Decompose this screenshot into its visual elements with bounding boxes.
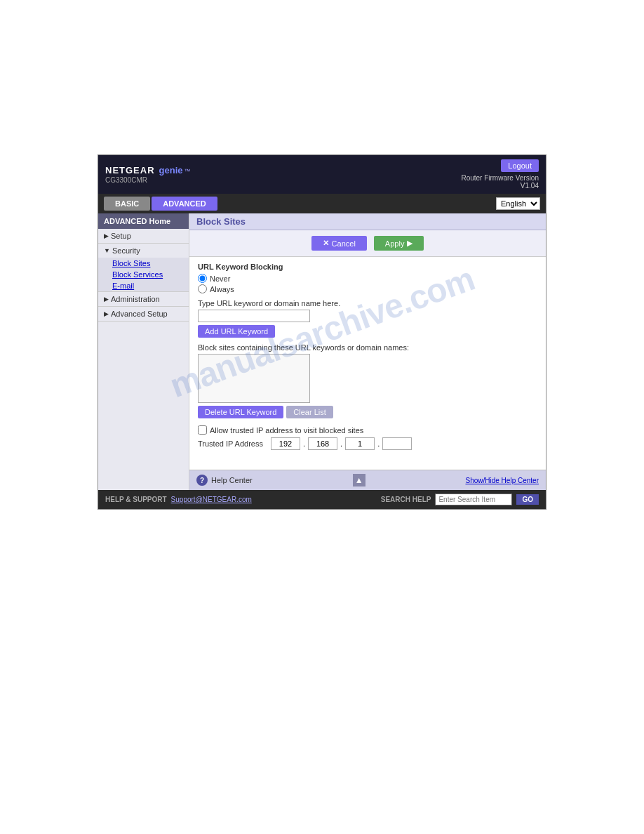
help-center-label: Help Center bbox=[211, 476, 253, 484]
advanced-setup-label: Advanced Setup bbox=[111, 310, 168, 318]
setup-label: Setup bbox=[111, 232, 131, 240]
allow-trusted-label: Allow trusted IP address to visit blocke… bbox=[210, 426, 363, 435]
sidebar-setup-toggle[interactable]: ▶ Setup bbox=[98, 229, 189, 243]
netgear-brand: NETGEAR bbox=[105, 165, 155, 176]
add-keyword-button[interactable]: Add URL Keyword bbox=[198, 325, 275, 338]
search-help-label: SEARCH HELP bbox=[381, 496, 431, 503]
ip-dot-1: . bbox=[303, 439, 305, 448]
sidebar-section-security: ▼ Security Block Sites Block Services E-… bbox=[98, 244, 189, 292]
help-collapse-button[interactable]: ▲ bbox=[353, 474, 365, 486]
tm-symbol: ™ bbox=[185, 168, 191, 175]
sidebar-section-administration: ▶ Administration bbox=[98, 292, 189, 307]
allow-trusted-checkbox[interactable] bbox=[198, 425, 207, 435]
tab-advanced[interactable]: ADVANCED bbox=[152, 197, 217, 211]
go-button[interactable]: GO bbox=[516, 494, 539, 505]
ip-octet-2[interactable] bbox=[308, 437, 337, 450]
header-right: Logout Router Firmware Version V1.04 bbox=[461, 159, 539, 190]
cancel-button[interactable]: ✕ Cancel bbox=[311, 236, 367, 251]
ip-octet-3[interactable] bbox=[345, 437, 375, 450]
footer: HELP & SUPPORT Support@NETGEAR.com SEARC… bbox=[98, 490, 546, 509]
help-icon: ? bbox=[196, 475, 208, 486]
header-left: NETGEAR genie ™ CG3300CMR bbox=[105, 165, 191, 184]
ip-dot-3: . bbox=[377, 439, 380, 448]
tab-bar: BASIC ADVANCED English bbox=[98, 194, 546, 213]
button-row: ✕ Cancel Apply ▶ bbox=[189, 230, 546, 257]
brand-line: NETGEAR genie ™ bbox=[105, 165, 191, 176]
page-title: Block Sites bbox=[189, 213, 546, 230]
sidebar-header[interactable]: ADVANCED Home bbox=[98, 213, 189, 229]
url-blocking-title: URL Keyword Blocking bbox=[198, 263, 537, 271]
sidebar-item-email[interactable]: E-mail bbox=[109, 280, 189, 291]
radio-always[interactable] bbox=[198, 284, 207, 293]
logout-button[interactable]: Logout bbox=[501, 159, 539, 172]
help-center-left: ? Help Center bbox=[196, 475, 253, 486]
administration-label: Administration bbox=[111, 295, 160, 303]
form-content: URL Keyword Blocking Never Always bbox=[189, 257, 546, 456]
sidebar-security-toggle[interactable]: ▼ Security bbox=[98, 244, 189, 258]
radio-group-blocking: Never Always bbox=[198, 274, 537, 293]
help-support-label: HELP & SUPPORT bbox=[105, 496, 167, 503]
block-list-label: Block sites containing these URL keyword… bbox=[198, 343, 537, 352]
trusted-ip-row: Trusted IP Address . . . bbox=[198, 437, 537, 450]
trusted-ip-label: Trusted IP Address bbox=[198, 439, 268, 448]
security-sub-items: Block Sites Block Services E-mail bbox=[98, 258, 189, 291]
header: NETGEAR genie ™ CG3300CMR Logout Router … bbox=[98, 155, 546, 194]
sidebar-advanced-setup-toggle[interactable]: ▶ Advanced Setup bbox=[98, 307, 189, 321]
sidebar: ADVANCED Home ▶ Setup ▼ Security bbox=[98, 213, 189, 490]
radio-always-label[interactable]: Always bbox=[198, 284, 537, 293]
cancel-x-icon: ✕ bbox=[323, 239, 329, 248]
genie-brand: genie bbox=[159, 165, 183, 176]
model-number: CG3300CMR bbox=[105, 176, 191, 184]
apply-arrow-icon: ▶ bbox=[407, 239, 412, 248]
ip-dot-2: . bbox=[340, 439, 342, 448]
firmware-info: Router Firmware Version V1.04 bbox=[461, 174, 539, 190]
allow-trusted-row: Allow trusted IP address to visit blocke… bbox=[198, 425, 537, 435]
keyword-list-textarea[interactable] bbox=[198, 354, 310, 403]
ip-octet-4[interactable] bbox=[382, 437, 412, 450]
content-panel: Block Sites ✕ Cancel Apply ▶ bbox=[189, 213, 546, 490]
advanced-setup-arrow-icon: ▶ bbox=[104, 310, 109, 317]
delete-keyword-button[interactable]: Delete URL Keyword bbox=[198, 406, 283, 418]
keyword-input[interactable] bbox=[198, 310, 310, 322]
footer-right: SEARCH HELP GO bbox=[381, 494, 539, 505]
sidebar-section-setup: ▶ Setup bbox=[98, 229, 189, 244]
tab-basic[interactable]: BASIC bbox=[104, 197, 150, 211]
security-arrow-icon: ▼ bbox=[104, 247, 110, 254]
show-hide-help-link[interactable]: Show/Hide Help Center bbox=[465, 477, 539, 484]
search-help-input[interactable] bbox=[435, 494, 512, 505]
apply-button[interactable]: Apply ▶ bbox=[374, 236, 424, 251]
keyword-action-buttons: Delete URL Keyword Clear List bbox=[198, 406, 537, 418]
tabs: BASIC ADVANCED bbox=[104, 197, 217, 211]
ip-octet-1[interactable] bbox=[271, 437, 300, 450]
keyword-field-label: Type URL keyword or domain name here. bbox=[198, 299, 537, 307]
sidebar-item-block-sites[interactable]: Block Sites bbox=[109, 258, 189, 269]
radio-never-label[interactable]: Never bbox=[198, 274, 537, 283]
sidebar-administration-toggle[interactable]: ▶ Administration bbox=[98, 292, 189, 306]
help-center: ? Help Center ▲ Show/Hide Help Center bbox=[189, 470, 546, 490]
security-label: Security bbox=[112, 246, 140, 255]
support-link[interactable]: Support@NETGEAR.com bbox=[171, 496, 252, 503]
sidebar-item-block-services[interactable]: Block Services bbox=[109, 269, 189, 280]
radio-never[interactable] bbox=[198, 274, 207, 283]
main-area: ADVANCED Home ▶ Setup ▼ Security bbox=[98, 213, 546, 490]
footer-left: HELP & SUPPORT Support@NETGEAR.com bbox=[105, 496, 252, 503]
language-select[interactable]: English bbox=[496, 197, 540, 210]
setup-arrow-icon: ▶ bbox=[104, 232, 109, 239]
admin-arrow-icon: ▶ bbox=[104, 296, 109, 303]
clear-list-button[interactable]: Clear List bbox=[286, 406, 333, 418]
sidebar-section-advanced-setup: ▶ Advanced Setup bbox=[98, 307, 189, 322]
